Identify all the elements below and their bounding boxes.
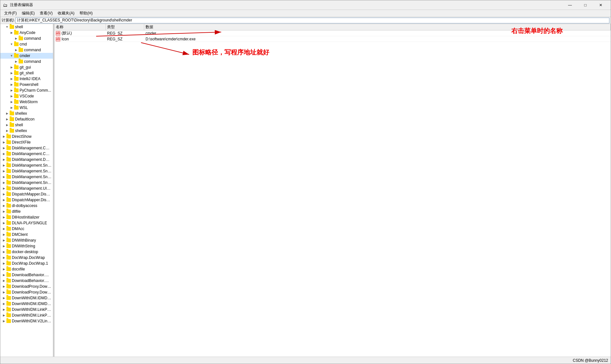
expand-icon-webstorm[interactable]: ▶ bbox=[9, 100, 14, 103]
expand-icon-dnwithbinary[interactable]: ▶ bbox=[2, 239, 6, 242]
expand-icon-git_shell[interactable]: ▶ bbox=[9, 71, 14, 75]
tree-item-dispatch1[interactable]: ▶DispatchMapper.Dispat​​ bbox=[0, 191, 53, 197]
tree-item-diskmgmt7[interactable]: ▶DiskManagement.SnapI... bbox=[0, 180, 53, 186]
expand-icon-downloadproxy1[interactable]: ▶ bbox=[2, 285, 6, 288]
tree-item-dispatch2[interactable]: ▶DispatchMapper.Dispat​​ bbox=[0, 197, 53, 203]
expand-icon-dolby[interactable]: ▶ bbox=[2, 204, 6, 207]
tree-item-cmd[interactable]: ▼cmd bbox=[0, 41, 53, 47]
expand-icon-docxfile[interactable]: ▶ bbox=[2, 268, 6, 271]
expand-icon-diskmgmt5[interactable]: ▶ bbox=[2, 170, 6, 173]
tree-item-git_gui[interactable]: ▶git_gui bbox=[0, 64, 53, 70]
expand-icon-directshow[interactable]: ▶ bbox=[2, 135, 6, 138]
tree-item-cmder[interactable]: ▼cmder bbox=[0, 53, 53, 59]
expand-icon-command2[interactable]: ▶ bbox=[14, 48, 18, 52]
minimize-button[interactable]: — bbox=[563, 0, 577, 10]
tree-item-downwidm2[interactable]: ▶DownWithIDM.IDMDwnl bbox=[0, 301, 53, 307]
expand-icon-diskmgmt2[interactable]: ▶ bbox=[2, 152, 6, 155]
expand-icon-anycode[interactable]: ▶ bbox=[9, 31, 14, 34]
close-button[interactable]: ✕ bbox=[593, 0, 608, 10]
expand-icon-diskmgmt1[interactable]: ▶ bbox=[2, 146, 6, 150]
tree-item-diskmgmt1[interactable]: ▶DiskManagement.Conne bbox=[0, 145, 53, 151]
tree-item-powershell[interactable]: ▶Powershell bbox=[0, 82, 53, 87]
expand-icon-docwrap1[interactable]: ▶ bbox=[2, 256, 6, 259]
menu-edit[interactable]: 编辑(E) bbox=[19, 10, 37, 17]
tree-item-diskmgmt6[interactable]: ▶DiskManagement.SnapI... bbox=[0, 174, 53, 180]
expand-icon-git_gui[interactable]: ▶ bbox=[9, 66, 14, 69]
expand-icon-defaulticon[interactable]: ▶ bbox=[5, 118, 9, 121]
col-header-name[interactable]: 名称 bbox=[54, 24, 106, 30]
expand-icon-dllhost[interactable]: ▶ bbox=[2, 216, 6, 219]
tree-item-downloadbehavior1[interactable]: ▶DownloadBehavior.Dow​ bbox=[0, 272, 53, 278]
maximize-button[interactable]: □ bbox=[578, 0, 593, 10]
expand-icon-shell[interactable]: ▼ bbox=[5, 25, 9, 29]
tree-item-pycharm[interactable]: ▶PyCharm Comm... bbox=[0, 87, 53, 93]
tree-item-dolby[interactable]: ▶dl-dolbyaccess bbox=[0, 203, 53, 209]
expand-icon-powershell[interactable]: ▶ bbox=[9, 83, 14, 86]
expand-icon-dllfile[interactable]: ▶ bbox=[2, 210, 6, 213]
tree-item-dmclient[interactable]: ▶DMClient bbox=[0, 232, 53, 237]
menu-favorites[interactable]: 收藏夹(A) bbox=[55, 10, 77, 17]
tree-item-docwrap2[interactable]: ▶DocWrap.DocWrap.1 bbox=[0, 261, 53, 266]
tree-item-dllfile[interactable]: ▶dllfile bbox=[0, 209, 53, 214]
expand-icon-wsl[interactable]: ▶ bbox=[9, 106, 14, 109]
expand-icon-downloadbehavior2[interactable]: ▶ bbox=[2, 279, 6, 282]
tree-item-diskmgmt8[interactable]: ▶DiskManagement.UITask bbox=[0, 186, 53, 191]
expand-icon-downwidm2[interactable]: ▶ bbox=[2, 302, 6, 305]
expand-icon-command3[interactable]: ▶ bbox=[14, 60, 18, 63]
tree-item-intellij[interactable]: ▶IntelliJ IDEA bbox=[0, 76, 53, 82]
col-header-type[interactable]: 类型 bbox=[106, 24, 144, 30]
tree-item-downloadbehavior2[interactable]: ▶DownloadBehavior.Dow​ bbox=[0, 278, 53, 284]
expand-icon-dmclient[interactable]: ▶ bbox=[2, 233, 6, 236]
expand-icon-docwrap2[interactable]: ▶ bbox=[2, 262, 6, 265]
expand-icon-downloadproxy2[interactable]: ▶ bbox=[2, 291, 6, 294]
tree-item-shellex[interactable]: ▶shellex bbox=[0, 111, 53, 116]
expand-icon-downloadbehavior1[interactable]: ▶ bbox=[2, 273, 6, 277]
address-input[interactable] bbox=[15, 18, 609, 23]
expand-icon-cmd[interactable]: ▼ bbox=[9, 43, 14, 46]
tree-item-diskmgmt4[interactable]: ▶DiskManagement.SnapI... bbox=[0, 162, 53, 168]
expand-icon-downwidm1[interactable]: ▶ bbox=[2, 296, 6, 300]
menu-view[interactable]: 查看(V) bbox=[37, 10, 55, 17]
tree-item-docxfile[interactable]: ▶docxfile bbox=[0, 266, 53, 272]
tree-item-defaulticon[interactable]: ▶DefaultIcon bbox=[0, 116, 53, 122]
expand-icon-shell2[interactable]: ▶ bbox=[5, 123, 9, 127]
tree-item-directshow[interactable]: ▶DirectShow bbox=[0, 134, 53, 139]
tree-item-shell[interactable]: ▼shell bbox=[0, 24, 53, 30]
tree-item-docwrap1[interactable]: ▶DocWrap.DocWrap bbox=[0, 255, 53, 261]
expand-icon-pycharm[interactable]: ▶ bbox=[9, 89, 14, 92]
tree-item-dllhost[interactable]: ▶DllHostInitializer bbox=[0, 214, 53, 220]
expand-icon-cmder[interactable]: ▼ bbox=[9, 54, 14, 57]
tree-item-anycode[interactable]: ▶AnyCode bbox=[0, 30, 53, 36]
expand-icon-shellex[interactable]: ▶ bbox=[5, 112, 9, 115]
tree-item-downwidm5[interactable]: ▶DownWithIDM.V2LinkPr​ bbox=[0, 318, 53, 324]
tree-item-dlna[interactable]: ▶DLNA-PLAYSINGLE bbox=[0, 220, 53, 226]
tree-item-dockerdesktop[interactable]: ▶docker-desktop bbox=[0, 249, 53, 255]
expand-icon-shellex2[interactable]: ▶ bbox=[5, 129, 9, 132]
expand-icon-downwidm5[interactable]: ▶ bbox=[2, 319, 6, 323]
detail-row[interactable]: abIconREG_SZD:\software\cmder\cmder.exe bbox=[54, 36, 611, 42]
tree-item-wsl[interactable]: ▶WSL bbox=[0, 105, 53, 111]
tree-item-dmacc[interactable]: ▶DMAcc bbox=[0, 226, 53, 232]
tree-item-shellex2[interactable]: ▶shellex bbox=[0, 128, 53, 134]
expand-icon-directxfile[interactable]: ▶ bbox=[2, 141, 6, 144]
expand-icon-dmacc[interactable]: ▶ bbox=[2, 227, 6, 230]
expand-icon-downwidm3[interactable]: ▶ bbox=[2, 308, 6, 311]
tree-item-downwidm3[interactable]: ▶DownWithIDM.LinkProc​​ bbox=[0, 307, 53, 312]
expand-icon-vscode[interactable]: ▶ bbox=[9, 95, 14, 98]
tree-item-diskmgmt2[interactable]: ▶DiskManagement.Contr​​ bbox=[0, 151, 53, 157]
tree-item-git_shell[interactable]: ▶git_shell bbox=[0, 70, 53, 76]
tree-item-directxfile[interactable]: ▶DirectXFile bbox=[0, 139, 53, 145]
expand-icon-dispatch2[interactable]: ▶ bbox=[2, 198, 6, 202]
tree-item-webstorm[interactable]: ▶WebStorm bbox=[0, 99, 53, 105]
expand-icon-dnwithstring[interactable]: ▶ bbox=[2, 244, 6, 248]
expand-icon-intellij[interactable]: ▶ bbox=[9, 77, 14, 80]
menu-help[interactable]: 帮助(H) bbox=[77, 10, 95, 17]
tree-item-diskmgmt5[interactable]: ▶DiskManagement.SnapI... bbox=[0, 168, 53, 174]
expand-icon-diskmgmt4[interactable]: ▶ bbox=[2, 164, 6, 167]
tree-item-command3[interactable]: ▶command bbox=[0, 59, 53, 64]
expand-icon-diskmgmt6[interactable]: ▶ bbox=[2, 175, 6, 178]
expand-icon-command1[interactable]: ▶ bbox=[14, 37, 18, 40]
tree-item-dnwithstring[interactable]: ▶DNWithString bbox=[0, 243, 53, 249]
tree-item-command1[interactable]: ▶command bbox=[0, 36, 53, 41]
expand-icon-downwidm4[interactable]: ▶ bbox=[2, 314, 6, 317]
